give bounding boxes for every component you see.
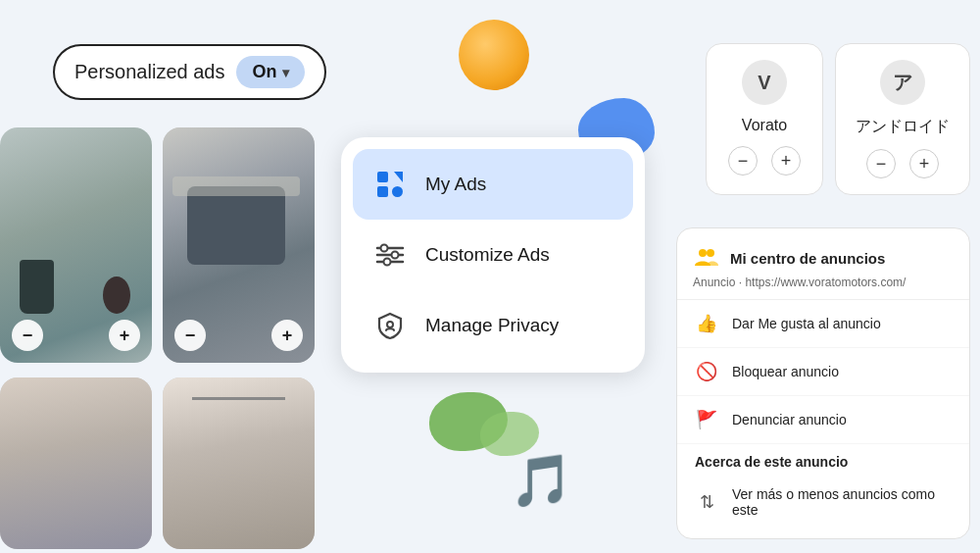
- music-note-decoration: 🎵: [510, 451, 573, 511]
- chevron-down-icon: ▾: [282, 65, 289, 80]
- people-icon: [693, 244, 720, 272]
- vorato-counter-row: − +: [728, 146, 801, 176]
- block-label: Bloquear anuncio: [732, 364, 839, 379]
- personalized-ads-toggle[interactable]: Personalized ads On ▾: [53, 44, 326, 100]
- android-ja-minus-button[interactable]: −: [866, 149, 896, 178]
- thumbs-up-icon: 👍: [695, 313, 718, 334]
- menu-item-manage-privacy[interactable]: Manage Privacy: [353, 290, 633, 361]
- vorato-name: Vorato: [742, 117, 787, 134]
- svg-rect-3: [392, 186, 403, 197]
- android-ja-counter-row: − +: [866, 149, 939, 178]
- svg-point-10: [387, 322, 393, 327]
- svg-point-7: [381, 245, 388, 252]
- ad-action-more-less[interactable]: ⇅ Ver más o menos anuncios como este: [677, 474, 969, 530]
- brand-card-android-ja: ア アンドロイド − +: [835, 43, 970, 195]
- image2-plus-button[interactable]: +: [271, 320, 303, 351]
- block-icon: 🚫: [695, 361, 718, 382]
- on-badge[interactable]: On ▾: [236, 56, 305, 88]
- svg-point-11: [699, 249, 707, 257]
- brand-cards-container: V Vorato − + ア アンドロイド − +: [706, 43, 970, 195]
- vorato-avatar: V: [742, 60, 787, 105]
- ad-action-like[interactable]: 👍 Dar Me gusta al anuncio: [677, 300, 969, 348]
- image-card-plants: − +: [0, 127, 152, 363]
- manage-privacy-icon: [372, 308, 408, 343]
- ad-info-panel: Mi centro de anuncios Anuncio · https://…: [676, 227, 970, 539]
- ads-menu-card: My Ads Customize Ads Manage Privacy: [341, 137, 645, 373]
- vorato-plus-button[interactable]: +: [771, 146, 801, 176]
- adjust-icon: ⇅: [695, 491, 718, 513]
- orange-sphere-decoration: [459, 20, 529, 90]
- svg-point-9: [384, 259, 391, 266]
- like-label: Dar Me gusta al anuncio: [732, 316, 881, 331]
- my-ads-icon: [372, 167, 408, 202]
- more-less-label: Ver más o menos anuncios como este: [732, 486, 952, 518]
- toggle-label: Personalized ads: [74, 61, 224, 83]
- svg-point-8: [392, 252, 399, 259]
- svg-rect-0: [377, 172, 388, 182]
- customize-ads-icon: [372, 237, 408, 273]
- android-ja-avatar: ア: [880, 60, 925, 105]
- android-ja-name: アンドロイド: [856, 117, 950, 137]
- ad-info-body: 👍 Dar Me gusta al anuncio 🚫 Bloquear anu…: [677, 300, 969, 538]
- svg-rect-2: [377, 186, 388, 197]
- svg-point-12: [707, 249, 714, 257]
- green-blob2-decoration: [480, 412, 539, 456]
- svg-marker-1: [394, 172, 403, 182]
- ad-info-title: Mi centro de anuncios: [730, 250, 885, 267]
- ad-info-header: Mi centro de anuncios Anuncio · https://…: [677, 228, 969, 300]
- ad-info-title-row: Mi centro de anuncios: [693, 244, 954, 272]
- vorato-minus-button[interactable]: −: [728, 146, 758, 176]
- customize-ads-label: Customize Ads: [425, 244, 550, 266]
- image1-minus-button[interactable]: −: [12, 320, 43, 351]
- ad-action-report[interactable]: 🚩 Denunciar anuncio: [677, 396, 969, 444]
- ad-section-title: Acerca de este anuncio: [677, 444, 969, 474]
- report-label: Denunciar anuncio: [732, 412, 847, 427]
- menu-item-customize-ads[interactable]: Customize Ads: [353, 220, 633, 290]
- my-ads-label: My Ads: [425, 174, 486, 195]
- menu-item-my-ads[interactable]: My Ads: [353, 149, 633, 220]
- image-card-person: [0, 377, 152, 549]
- ad-action-block[interactable]: 🚫 Bloquear anuncio: [677, 348, 969, 396]
- manage-privacy-label: Manage Privacy: [425, 315, 559, 336]
- brand-card-vorato: V Vorato − +: [706, 43, 823, 195]
- image-card-clothes: [163, 377, 315, 549]
- image-card-gift: − +: [163, 127, 315, 363]
- ad-info-subtitle: Anuncio · https://www.voratomotors.com/: [693, 276, 954, 289]
- image1-plus-button[interactable]: +: [109, 320, 140, 351]
- flag-icon: 🚩: [695, 409, 718, 430]
- toggle-state: On: [252, 62, 276, 82]
- image2-minus-button[interactable]: −: [174, 320, 206, 351]
- android-ja-plus-button[interactable]: +: [909, 149, 939, 178]
